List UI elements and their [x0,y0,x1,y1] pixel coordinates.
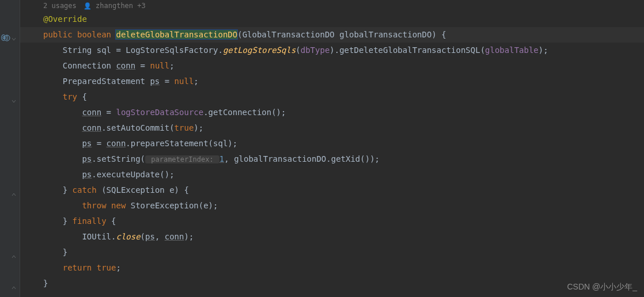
code-line[interactable]: Connection conn = null; [20,58,644,74]
fold-icon[interactable] [9,283,18,292]
code-line[interactable]: throw new StoreException(e); [20,198,644,214]
code-editor: O 2 usages 👤 zhangthen +3 @Override publ… [0,0,644,297]
code-line[interactable]: try { [20,89,644,105]
watermark: CSDN @小小少年_ [567,282,637,292]
code-line[interactable]: conn = logStoreDataSource.getConnection(… [20,105,644,120]
code-line[interactable]: } [20,245,644,260]
code-line[interactable]: ps.executeUpdate(); [20,167,644,182]
code-line[interactable]: conn.setAutoCommit(true); [20,120,644,136]
code-line[interactable]: } catch (SQLException e) { [20,182,644,198]
code-line[interactable]: return true; [20,260,644,276]
fold-icon[interactable] [9,97,18,106]
svg-text:O: O [6,36,9,41]
fold-icon[interactable] [9,252,18,261]
inlay-hints: 2 usages 👤 zhangthen +3 [20,0,644,12]
method-declaration: deleteGlobalTransactionDO [116,30,237,39]
parameter-hint: parameterIndex: [145,155,219,163]
code-line[interactable]: } finally { [20,214,644,229]
code-line[interactable]: public boolean deleteGlobalTransactionDO… [20,27,644,43]
person-icon: 👤 [84,2,92,10]
code-line[interactable]: PreparedStatement ps = null; [20,74,644,89]
override-indicator-icon[interactable]: @ [1,33,5,41]
fold-icon[interactable] [9,35,18,44]
code-line[interactable]: IOUtil.close(ps, conn); [20,229,644,245]
author-hint[interactable]: 👤 zhangthen +3 [84,0,146,14]
code-line[interactable]: ps = conn.prepareStatement(sql); [20,136,644,151]
code-line[interactable]: @Override [20,12,644,27]
code-line[interactable]: } [20,276,644,291]
fold-icon[interactable] [9,190,18,199]
annotation: @Override [43,14,87,24]
code-line[interactable]: String sql = LogStoreSqlsFactory.getLogS… [20,43,644,58]
gutter: O [0,0,20,297]
code-line[interactable]: ps.setString( parameterIndex: 1, globalT… [20,151,644,167]
code-area[interactable]: 2 usages 👤 zhangthen +3 @Override public… [20,0,644,297]
